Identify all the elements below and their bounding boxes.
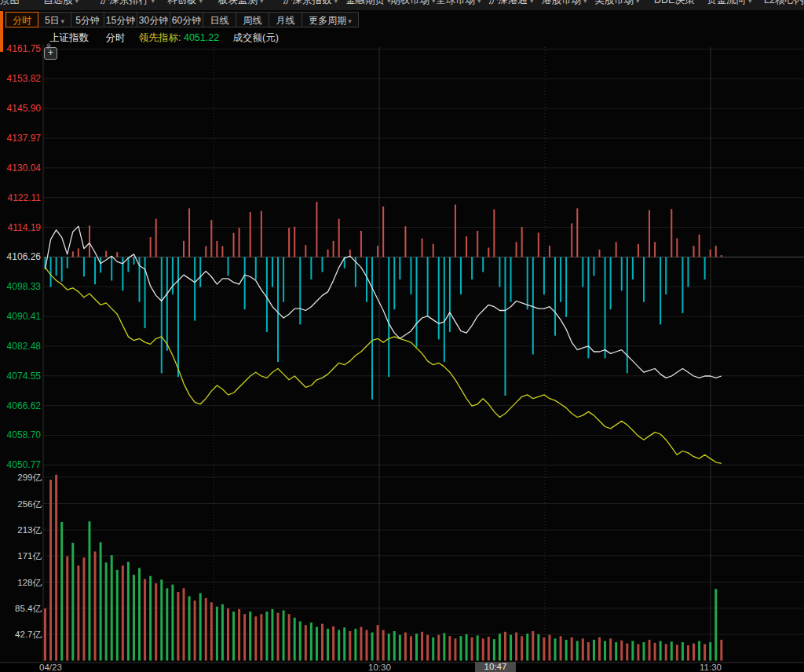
period-button-分时[interactable]: 分时 [5,12,38,27]
price-tick-label: 4090.41 [0,312,41,321]
price-tick-label: 4074.55 [0,371,41,381]
price-tick-label: 4058.70 [0,430,41,440]
lead-indicator-line [46,268,722,464]
price-tick-label: 4153.82 [0,74,41,83]
price-tick-label: 4130.04 [0,163,41,173]
price-tick-label: 4098.33 [0,282,41,291]
volume-tick-label: 128亿 [0,579,42,587]
price-tick-label: 4137.97 [0,133,41,143]
price-tick-label: 4145.90 [0,104,41,113]
time-label-1030: 10:30 [368,663,391,672]
lead-indicator-bars [45,202,722,400]
price-tick-label: 4106.26 [0,252,41,261]
volume-tick-label: 171亿 [0,552,42,561]
volume-bars [44,475,722,661]
price-tick-label: 4066.62 [0,401,41,411]
grid-lines [0,44,804,663]
time-axis: 04/23 10:30 11:30 [0,663,804,672]
time-label-1130: 11:30 [700,663,722,672]
volume-tick-label: 299亿 [0,473,42,482]
price-tick-label: 4161.75 [0,44,41,53]
cursor-time-badge: 10:47 [475,662,516,672]
trading-app-window: 景图自选股▾沪深京排行▾科创板▾板块监测▾沪深京指数▾金融期货▾期权市场▾全球市… [0,0,804,672]
price-tick-label: 4082.48 [0,341,41,351]
volume-tick-label: 85.4亿 [0,604,42,613]
price-tick-label: 4114.19 [0,223,41,232]
volume-tick-label: 213亿 [0,526,42,535]
price-tick-label: 4122.11 [0,193,41,203]
price-tick-label: 4050.77 [0,460,41,469]
volume-tick-label: 256亿 [0,500,42,509]
chart-canvas[interactable] [0,0,804,672]
crosshair-cursor-icon: + [44,47,57,60]
time-label-date: 04/23 [39,663,62,672]
volume-tick-label: 42.7亿 [0,630,42,639]
